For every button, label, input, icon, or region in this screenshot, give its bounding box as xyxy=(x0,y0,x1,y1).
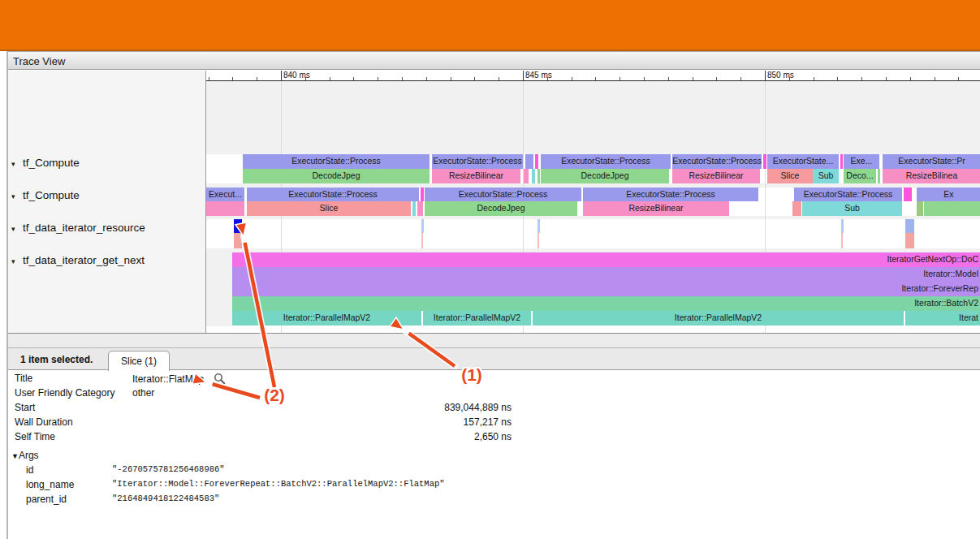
timeline-slice-sliver[interactable] xyxy=(792,201,801,216)
detail-row: Wall Duration157,217 ns xyxy=(6,415,980,429)
selected-slice[interactable] xyxy=(234,219,242,233)
timeline-slice[interactable]: IteratorGetNextOp::DoC xyxy=(232,252,980,267)
timeline-slice-sliver[interactable] xyxy=(532,169,535,183)
timeline-slice[interactable]: Iterat xyxy=(905,311,980,326)
timeline-slice-sliver[interactable] xyxy=(421,219,424,233)
ruler-minor-tick xyxy=(209,77,209,80)
timeline-slice[interactable]: ExecutorState::Process xyxy=(541,154,671,169)
disclosure-triangle-icon[interactable]: ▾ xyxy=(11,257,23,265)
timeline-slice[interactable]: Iterator::ParallelMapV2 xyxy=(232,311,421,326)
timeline-slice[interactable]: DecodeJpeg xyxy=(243,169,430,183)
disclosure-triangle-icon[interactable]: ▾ xyxy=(11,225,23,233)
ruler-tick-label: 840 ms xyxy=(283,71,310,80)
timeline-slice[interactable]: ExecutorState::Process xyxy=(425,188,581,201)
timeline-slice[interactable]: Deco... xyxy=(844,169,876,183)
timeline-slice[interactable]: ExecutorState::Pr xyxy=(883,154,980,169)
timeline-slice[interactable]: Iterator::BatchV2 xyxy=(232,296,980,311)
timeline-slice-sliver[interactable] xyxy=(535,154,538,169)
ruler-minor-tick xyxy=(886,77,887,80)
timeline-slice[interactable]: DecodeJpeg xyxy=(541,169,669,183)
timeline-slice[interactable]: ExecutorState... xyxy=(767,154,839,169)
track-label-tf_Compute[interactable]: ▾tf_Compute xyxy=(11,189,80,201)
timeline-slice[interactable]: Slice xyxy=(247,201,411,216)
ruler-minor-tick xyxy=(668,77,669,80)
timeline-slice[interactable]: Iterator::ParallelMapV2 xyxy=(533,311,904,326)
timeline-slice[interactable]: ExecutorState::Process xyxy=(243,154,430,169)
timeline-slice[interactable]: ExecutorState::Process xyxy=(794,188,902,201)
ruler-minor-tick xyxy=(402,77,403,80)
timeline-slice[interactable]: ExecutorState::Process xyxy=(247,188,419,201)
timeline-slice-sliver[interactable] xyxy=(878,169,880,183)
trace-view-header: Trace View xyxy=(6,51,980,70)
timeline-slice[interactable]: Sub xyxy=(802,201,902,216)
timeline-slice-sliver[interactable] xyxy=(525,154,533,169)
timeline-slice-sliver[interactable] xyxy=(417,201,423,216)
window-left-border xyxy=(6,51,8,539)
ruler-minor-tick xyxy=(426,77,427,80)
detail-label: Self Time xyxy=(15,431,55,442)
timeline-slice[interactable]: Execut... xyxy=(206,188,244,201)
track-label-tf_data_iterator_get_next[interactable]: ▾tf_data_iterator_get_next xyxy=(11,254,145,266)
timeline-slice[interactable]: DecodeJpeg xyxy=(425,201,577,216)
timeline-slice-sliver[interactable] xyxy=(924,201,980,216)
timeline-slice[interactable]: Exe... xyxy=(844,154,879,169)
timeline-slice[interactable]: ResizeBilinea xyxy=(883,169,980,183)
track-label-tf_data_iterator_resource[interactable]: ▾tf_data_iterator_resource xyxy=(11,222,145,234)
disclosure-triangle-icon[interactable]: ▾ xyxy=(11,160,23,168)
timeline-slice[interactable]: ExecutorState::Process xyxy=(672,154,762,169)
ruler-minor-tick xyxy=(693,77,693,80)
timeline-slice[interactable]: Iterator::ParallelMapV2 xyxy=(423,311,531,326)
timeline-slice[interactable]: ExecutorState::Process xyxy=(583,188,758,201)
timeline-slice-sliver[interactable] xyxy=(841,219,844,233)
timeline-slice[interactable]: Iterator::ForeverRep xyxy=(232,282,980,296)
ruler-major-tick xyxy=(765,71,766,80)
timeline-slice[interactable]: Iterator::Model xyxy=(232,267,980,282)
timeline-slice-sliver[interactable] xyxy=(841,233,843,248)
ruler-minor-tick xyxy=(353,77,354,80)
ruler-minor-tick xyxy=(232,77,233,80)
timeline-slice-sliver[interactable] xyxy=(905,219,914,233)
timeline-slice[interactable]: ResizeBilinear xyxy=(432,169,520,183)
timeline-slice[interactable]: Slice xyxy=(767,169,813,183)
timeline-slice-sliver[interactable] xyxy=(840,154,843,169)
timeline-slice-sliver[interactable] xyxy=(524,169,529,183)
ruler-minor-tick xyxy=(958,77,959,80)
timeline-slice-sliver[interactable] xyxy=(234,233,242,248)
timeline-slice-sliver[interactable] xyxy=(537,219,540,233)
ruler-tick-label: 850 ms xyxy=(767,71,794,80)
timeline-slice-sliver[interactable] xyxy=(537,233,539,248)
detail-value: Iterator::FlatMap xyxy=(132,373,226,385)
track-label-tf_Compute[interactable]: ▾tf_Compute xyxy=(11,157,80,169)
ruler-minor-tick xyxy=(861,77,862,80)
track-name: tf_Compute xyxy=(23,189,80,201)
timeline-slice[interactable]: Sub xyxy=(813,169,839,183)
detail-label: Wall Duration xyxy=(15,416,73,428)
detail-label: User Friendly Category xyxy=(15,387,114,399)
detail-label: Title xyxy=(15,373,32,384)
magnifier-icon[interactable] xyxy=(214,373,226,385)
timeline-slice-sliver[interactable] xyxy=(206,201,244,216)
arg-value: "Iterator::Model::ForeverRepeat::BatchV2… xyxy=(112,479,445,489)
timeline-slice[interactable]: ExecutorState::Process xyxy=(432,154,523,169)
timeline-slice-sliver[interactable] xyxy=(905,233,914,248)
detail-row: Start839,044,889 ns xyxy=(6,400,980,415)
timeline-canvas[interactable]: ExecutorState::ProcessExecutorState::Pro… xyxy=(206,81,980,333)
ruler-minor-tick xyxy=(837,77,838,80)
timeline-slice-sliver[interactable] xyxy=(421,188,424,201)
timeline-slice[interactable]: ResizeBilinear xyxy=(672,169,760,183)
disclosure-triangle-icon[interactable]: ▾ xyxy=(11,192,23,201)
timeline-slice-sliver[interactable] xyxy=(412,201,416,216)
track-name: tf_Compute xyxy=(23,157,80,169)
timeline-slice-sliver[interactable] xyxy=(537,169,540,183)
args-disclosure-icon[interactable]: ▼ xyxy=(11,452,19,460)
timeline-slice[interactable]: ResizeBilinear xyxy=(583,201,729,216)
args-toggle[interactable]: ▼Args xyxy=(11,450,39,461)
panel-splitter[interactable] xyxy=(6,333,980,348)
timeline-slice-sliver[interactable] xyxy=(917,201,923,216)
timeline-slice-sliver[interactable] xyxy=(763,154,766,169)
timeline-slice[interactable]: Ex xyxy=(917,188,980,201)
tab-slice[interactable]: Slice (1) xyxy=(108,351,170,371)
timeline-slice-sliver[interactable] xyxy=(904,188,912,201)
timeline-slice-sliver[interactable] xyxy=(421,233,423,248)
track-background xyxy=(206,326,980,333)
